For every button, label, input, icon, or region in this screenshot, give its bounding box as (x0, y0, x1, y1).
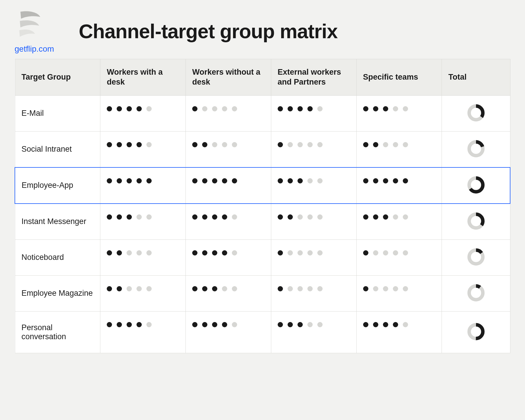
dot-empty-icon (393, 142, 398, 147)
dot-empty-icon (373, 250, 378, 256)
dot-filled-icon (107, 178, 112, 183)
dot-empty-icon (393, 286, 398, 291)
score-cell (271, 131, 356, 167)
dot-filled-icon (288, 178, 293, 183)
column-header: Workers with a desk (100, 59, 186, 96)
dot-empty-icon (298, 250, 303, 256)
dot-filled-icon (373, 142, 378, 147)
dot-filled-icon (127, 322, 132, 327)
dot-empty-icon (146, 322, 152, 327)
table-row: E-Mail (15, 95, 510, 131)
donut-total-icon (467, 212, 485, 230)
score-cell (356, 95, 442, 131)
dot-filled-icon (403, 178, 408, 183)
dot-empty-icon (403, 106, 408, 111)
dot-filled-icon (202, 214, 207, 220)
score-cell (271, 204, 356, 240)
dot-rating (192, 176, 265, 183)
dot-filled-icon (278, 250, 283, 256)
table-row: Noticeboard (15, 239, 510, 275)
dot-empty-icon (317, 214, 323, 220)
dot-filled-icon (117, 214, 122, 220)
table-row: Employee Magazine (15, 275, 510, 311)
dot-rating (107, 249, 179, 256)
column-header: Specific teams (356, 59, 442, 96)
dot-filled-icon (192, 322, 197, 327)
dot-empty-icon (403, 250, 408, 256)
dot-filled-icon (212, 250, 217, 256)
dot-empty-icon (288, 286, 293, 291)
dot-filled-icon (127, 178, 132, 183)
dot-empty-icon (403, 142, 408, 147)
dot-filled-icon (202, 142, 207, 147)
score-cell (271, 311, 356, 353)
score-cell (271, 95, 356, 131)
dot-filled-icon (192, 142, 197, 147)
dot-filled-icon (212, 322, 217, 327)
dot-empty-icon (403, 214, 408, 220)
table-row: Personal conversation (15, 311, 510, 353)
dot-rating (363, 104, 435, 111)
dot-filled-icon (117, 286, 122, 291)
table-header-row: Target GroupWorkers with a deskWorkers w… (15, 59, 510, 96)
donut-total-icon (467, 176, 485, 194)
dot-filled-icon (117, 142, 122, 147)
dot-empty-icon (232, 322, 237, 327)
column-header: External workers and Partners (271, 59, 356, 96)
dot-empty-icon (403, 322, 408, 327)
dot-filled-icon (363, 322, 368, 327)
score-cell (271, 239, 356, 275)
dot-empty-icon (317, 106, 323, 111)
dot-filled-icon (117, 250, 122, 256)
dot-rating (192, 249, 265, 256)
dot-rating (363, 320, 435, 327)
dot-filled-icon (202, 322, 207, 327)
score-cell (356, 167, 442, 204)
dot-filled-icon (288, 106, 293, 111)
dot-filled-icon (363, 250, 368, 256)
dot-empty-icon (288, 250, 293, 256)
dot-empty-icon (202, 106, 207, 111)
score-cell (186, 95, 271, 131)
dot-rating (278, 104, 350, 111)
dot-filled-icon (307, 106, 313, 111)
dot-empty-icon (403, 286, 408, 291)
dot-empty-icon (212, 106, 217, 111)
dot-empty-icon (146, 142, 152, 147)
dot-empty-icon (317, 250, 323, 256)
row-label: E-Mail (15, 95, 100, 131)
score-cell (356, 131, 442, 167)
dot-rating (107, 284, 179, 291)
dot-rating (363, 249, 435, 256)
row-label: Instant Messenger (15, 204, 100, 240)
dot-filled-icon (373, 322, 378, 327)
dot-empty-icon (146, 106, 152, 111)
table-row: Instant Messenger (15, 204, 510, 240)
dot-empty-icon (136, 250, 142, 256)
score-cell (356, 311, 442, 353)
score-cell (100, 167, 186, 204)
dot-filled-icon (222, 214, 227, 220)
dot-filled-icon (373, 178, 378, 183)
dot-filled-icon (383, 106, 388, 111)
dot-rating (278, 320, 350, 327)
dot-empty-icon (232, 250, 237, 256)
dot-rating (192, 284, 265, 291)
dot-filled-icon (363, 178, 368, 183)
dot-rating (192, 213, 265, 220)
dot-empty-icon (393, 214, 398, 220)
dot-empty-icon (307, 322, 313, 327)
donut-total-icon (467, 323, 485, 341)
dot-rating (107, 104, 179, 111)
dot-filled-icon (136, 322, 142, 327)
dot-rating (192, 320, 265, 327)
page-title: Channel-target group matrix (79, 20, 337, 43)
dot-filled-icon (117, 322, 122, 327)
dot-empty-icon (222, 106, 227, 111)
total-cell (442, 131, 510, 167)
header: getflip.com Channel-target group matrix (15, 9, 510, 54)
dot-empty-icon (146, 250, 152, 256)
dot-filled-icon (278, 106, 283, 111)
dot-rating (278, 140, 350, 147)
table-body: E-MailSocial IntranetEmployee-AppInstant… (15, 95, 510, 353)
